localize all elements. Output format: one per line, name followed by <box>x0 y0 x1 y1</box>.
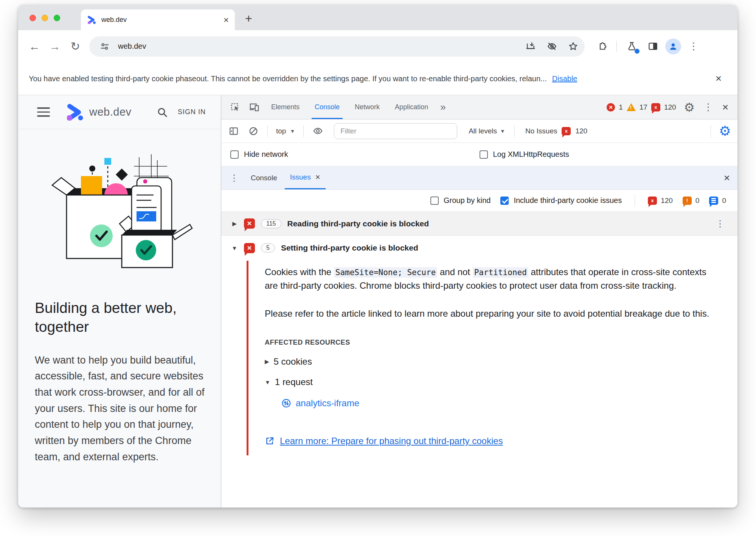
tab-close-icon[interactable]: × <box>224 15 229 25</box>
issues-message-count: 0 <box>709 197 726 205</box>
desc-text: and not <box>437 267 472 277</box>
tab-network[interactable]: Network <box>348 95 387 119</box>
group-by-kind-checkbox[interactable]: Group by kind <box>430 196 491 205</box>
device-toolbar-icon[interactable] <box>245 99 263 116</box>
hamburger-menu-icon[interactable] <box>37 107 50 117</box>
issue-detail-body: Cookies with the SameSite=None; Secure a… <box>221 260 737 461</box>
issue-error-icon: ✕ <box>244 243 255 253</box>
request-resource-link[interactable]: analytics-iframe <box>281 398 715 409</box>
infobar-close-icon[interactable]: × <box>716 73 727 85</box>
infobar-message: You have enabled testing third-party coo… <box>29 74 547 83</box>
collapse-down-icon[interactable]: ▼ <box>231 245 238 251</box>
console-filter-input[interactable] <box>334 123 457 139</box>
issues-tab-close-icon[interactable]: × <box>315 172 320 182</box>
hero-paragraph: We want to help you build beautiful, acc… <box>35 352 206 465</box>
devtools-status-badges: ✕ 1 17 x 120 <box>607 103 679 111</box>
issue-error-icon: ✕ <box>244 218 255 229</box>
network-request-icon <box>281 398 291 408</box>
extensions-puzzle-icon[interactable] <box>593 38 610 55</box>
message-badge-icon <box>709 197 718 205</box>
install-icon[interactable] <box>523 39 539 54</box>
drawer-menu-kebab-icon[interactable]: ⋮ <box>225 174 243 182</box>
hide-network-label: Hide network <box>244 150 288 159</box>
checkbox-checked-icon[interactable] <box>500 197 509 205</box>
issues-count-icon[interactable]: x <box>651 103 660 111</box>
devtools-settings-gear-icon[interactable]: ⚙ <box>681 99 698 116</box>
hide-network-checkbox[interactable]: Hide network <box>230 150 480 159</box>
learn-more-label[interactable]: Learn more: Prepare for phasing out thir… <box>280 436 503 446</box>
tab-elements[interactable]: Elements <box>264 95 306 119</box>
learn-more-link[interactable]: Learn more: Prepare for phasing out thir… <box>265 436 715 446</box>
site-settings-icon[interactable] <box>97 39 113 54</box>
code-samesite: SameSite=None; Secure <box>334 267 438 278</box>
issue-count-pill: 5 <box>261 243 275 252</box>
inspect-element-icon[interactable] <box>227 99 244 116</box>
chevron-down-icon: ▼ <box>500 128 505 134</box>
tab-strip: web.dev × + <box>18 5 737 30</box>
affected-cookies-toggle[interactable]: ▶ 5 cookies <box>265 356 715 367</box>
console-sidebar-icon[interactable] <box>225 122 242 140</box>
omnibox[interactable]: web.dev <box>89 36 585 57</box>
profile-avatar[interactable] <box>665 39 681 54</box>
webdev-favicon <box>87 15 97 25</box>
expand-right-icon[interactable]: ▶ <box>231 220 238 227</box>
checkbox-unchecked-icon[interactable] <box>480 150 488 159</box>
warning-count-icon[interactable] <box>627 103 636 111</box>
log-xhr-checkbox[interactable]: Log XMLHttpRequests <box>480 150 569 159</box>
browser-menu-kebab-icon[interactable]: ⋮ <box>685 38 702 55</box>
no-issues-button[interactable]: No Issues x 120 <box>520 127 593 135</box>
bookmark-star-icon[interactable] <box>565 39 581 54</box>
request-link-label[interactable]: analytics-iframe <box>296 398 359 409</box>
context-label: top <box>276 127 286 135</box>
console-settings-gear-icon[interactable]: ⚙ <box>716 122 734 140</box>
request-label: 1 request <box>275 377 313 387</box>
webdev-logo[interactable]: web.dev <box>65 103 132 121</box>
tab-application[interactable]: Application <box>388 95 435 119</box>
devtools-menu-kebab-icon[interactable]: ⋮ <box>700 99 717 116</box>
live-expression-eye-icon[interactable] <box>309 122 326 140</box>
zoom-window-button[interactable] <box>54 15 60 21</box>
tab-console[interactable]: Console <box>308 95 346 119</box>
url-text[interactable]: web.dev <box>118 42 517 51</box>
error-count-icon[interactable]: ✕ <box>607 103 615 111</box>
minimize-window-button[interactable] <box>42 15 48 21</box>
eye-blocked-icon[interactable] <box>544 39 560 54</box>
execution-context-select[interactable]: top ▼ <box>273 127 298 135</box>
issue-title[interactable]: Setting third-party cookie is blocked <box>281 243 418 252</box>
experiments-flask-icon[interactable] <box>623 38 640 55</box>
side-panel-icon[interactable] <box>644 38 661 55</box>
checkbox-unchecked-icon[interactable] <box>230 150 239 159</box>
reload-icon[interactable]: ↻ <box>67 38 84 55</box>
clear-console-icon[interactable] <box>245 122 262 140</box>
devtools-close-icon[interactable]: × <box>719 101 732 113</box>
browser-tab[interactable]: web.dev × <box>81 9 235 30</box>
hero-illustration <box>44 153 195 271</box>
issue-menu-kebab-icon[interactable]: ⋮ <box>710 220 730 228</box>
search-icon[interactable] <box>157 107 168 118</box>
issue-row-reading-cookie[interactable]: ▶ ✕ 115 Reading third-party cookie is bl… <box>221 212 737 236</box>
expand-right-icon[interactable]: ▶ <box>265 358 269 365</box>
include-third-party-checkbox[interactable]: Include third-party cookie issues <box>500 196 622 205</box>
include-third-party-label: Include third-party cookie issues <box>514 196 622 205</box>
tab-title: web.dev <box>101 16 219 24</box>
issue-row-setting-cookie[interactable]: ▼ ✕ 5 Setting third-party cookie is bloc… <box>221 236 737 260</box>
drawer-close-icon[interactable]: × <box>720 172 734 184</box>
close-window-button[interactable] <box>29 15 36 21</box>
browser-toolbar: ← → ↻ web.dev <box>18 30 737 62</box>
drawer-tab-console[interactable]: Console <box>243 166 285 189</box>
collapse-down-icon[interactable]: ▼ <box>265 379 270 385</box>
back-icon[interactable]: ← <box>26 38 43 55</box>
sign-in-button[interactable]: SIGN IN <box>178 108 206 116</box>
more-tabs-icon[interactable]: » <box>436 101 449 113</box>
drawer-tab-issues[interactable]: Issues × <box>285 166 326 189</box>
issues-count: 120 <box>664 103 676 111</box>
checkbox-unchecked-icon[interactable] <box>430 197 439 205</box>
browser-window: web.dev × + ← → ↻ web.dev <box>18 5 737 508</box>
forward-icon[interactable]: → <box>46 38 64 55</box>
flask-badge-dot <box>635 49 640 54</box>
log-levels-select[interactable]: All levels ▼ <box>465 127 509 135</box>
new-tab-button[interactable]: + <box>245 12 252 25</box>
issue-title[interactable]: Reading third-party cookie is blocked <box>287 219 429 228</box>
infobar-disable-link[interactable]: Disable <box>552 74 577 83</box>
affected-requests-toggle[interactable]: ▼ 1 request <box>265 377 715 387</box>
